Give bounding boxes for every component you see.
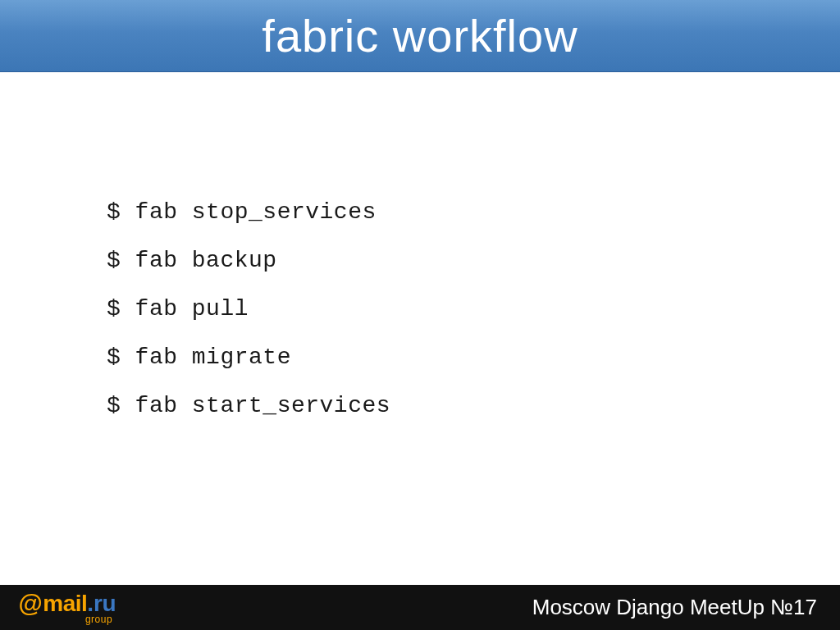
code-line: $ fab migrate	[107, 345, 840, 370]
logo-dot: .	[87, 592, 94, 615]
slide-footer: @ mail . ru group Moscow Django MeetUp №…	[0, 585, 840, 630]
code-line: $ fab stop_services	[107, 199, 840, 225]
slide-header: fabric workflow	[0, 0, 840, 72]
mailru-logo: @ mail . ru group	[18, 591, 116, 624]
logo-ru-text: ru	[94, 592, 116, 615]
code-line: $ fab pull	[107, 296, 840, 322]
logo-group-text: group	[85, 614, 112, 624]
slide-container: fabric workflow $ fab stop_services $ fa…	[0, 0, 840, 630]
slide-content: $ fab stop_services $ fab backup $ fab p…	[0, 72, 840, 585]
event-name: Moscow Django MeetUp №17	[532, 595, 817, 620]
logo-main-row: @ mail . ru	[18, 591, 116, 616]
logo-at-symbol: @	[18, 591, 42, 616]
code-line: $ fab start_services	[107, 393, 840, 418]
code-line: $ fab backup	[107, 248, 840, 273]
logo-mail-text: mail	[43, 592, 87, 615]
slide-title: fabric workflow	[262, 9, 578, 62]
